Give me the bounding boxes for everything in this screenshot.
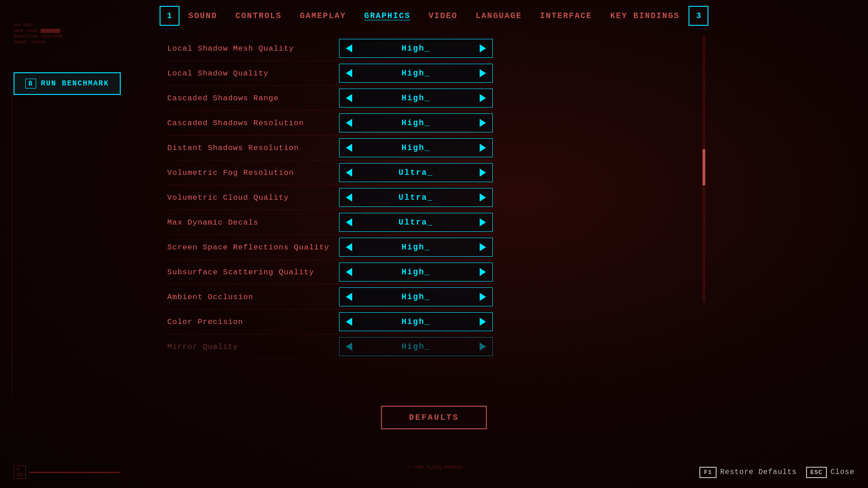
setting-value-volumetric-fog: Ultra bbox=[359, 168, 473, 177]
arrow-right-icon-mirror-quality bbox=[480, 343, 486, 351]
arrow-right-icon-ambient-occlusion bbox=[480, 293, 486, 301]
setting-row-cascaded-shadows-res: Cascaded Shadows ResolutionHigh bbox=[167, 111, 493, 136]
setting-row-local-shadow-mesh: Local Shadow Mesh QualityHigh bbox=[167, 36, 493, 61]
main-container: 1 SOUNDCONTROLSGAMEPLAYGRAPHICSVIDEOLANG… bbox=[0, 0, 868, 488]
arrow-right-icon-screen-space-reflections bbox=[480, 243, 486, 251]
setting-control-local-shadow: High bbox=[339, 64, 493, 83]
setting-prev-max-dynamic-decals[interactable] bbox=[340, 213, 359, 231]
setting-next-distant-shadows-res[interactable] bbox=[473, 139, 492, 157]
arrow-left-icon-local-shadow-mesh bbox=[346, 44, 352, 52]
arrow-left-icon-mirror-quality bbox=[346, 343, 352, 351]
nav-item-keybindings[interactable]: KEY BINDINGS bbox=[610, 11, 680, 20]
scrollbar[interactable] bbox=[703, 36, 705, 303]
setting-value-color-precision: High bbox=[359, 317, 473, 326]
run-benchmark-button[interactable]: B RUN BENCHMARK bbox=[14, 72, 121, 95]
setting-next-local-shadow-mesh[interactable] bbox=[473, 39, 492, 57]
setting-value-max-dynamic-decals: Ultra bbox=[359, 218, 473, 227]
arrow-right-icon-color-precision bbox=[480, 318, 486, 326]
setting-next-volumetric-fog[interactable] bbox=[473, 164, 492, 182]
setting-label-volumetric-cloud: Volumetric Cloud Quality bbox=[167, 193, 339, 202]
scrollbar-thumb[interactable] bbox=[703, 149, 705, 185]
setting-control-mirror-quality: High bbox=[339, 337, 493, 356]
defaults-button[interactable]: DEFAULTS bbox=[381, 406, 487, 429]
benchmark-label: RUN BENCHMARK bbox=[41, 80, 109, 88]
setting-prev-subsurface-scattering[interactable] bbox=[340, 263, 359, 281]
setting-next-subsurface-scattering[interactable] bbox=[473, 263, 492, 281]
settings-panel: Local Shadow Mesh QualityHighLocal Shado… bbox=[167, 36, 493, 359]
nav-item-video[interactable]: VIDEO bbox=[429, 11, 458, 20]
setting-prev-cascaded-shadows-range[interactable] bbox=[340, 89, 359, 107]
setting-prev-mirror-quality[interactable] bbox=[340, 338, 359, 356]
close-action[interactable]: ESC Close bbox=[806, 467, 854, 478]
setting-prev-ambient-occlusion[interactable] bbox=[340, 288, 359, 306]
setting-control-subsurface-scattering: High bbox=[339, 263, 493, 282]
setting-row-distant-shadows-res: Distant Shadows ResolutionHigh bbox=[167, 136, 493, 160]
setting-prev-screen-space-reflections[interactable] bbox=[340, 238, 359, 256]
setting-label-ambient-occlusion: Ambient Occlusion bbox=[167, 293, 339, 301]
arrow-left-icon-cascaded-shadows-range bbox=[346, 94, 352, 102]
setting-label-max-dynamic-decals: Max Dynamic Decals bbox=[167, 218, 339, 227]
arrow-right-icon-volumetric-fog bbox=[480, 169, 486, 177]
setting-label-cascaded-shadows-res: Cascaded Shadows Resolution bbox=[167, 119, 339, 127]
setting-label-screen-space-reflections: Screen Space Reflections Quality bbox=[167, 243, 339, 252]
setting-next-max-dynamic-decals[interactable] bbox=[473, 213, 492, 231]
version-label: V bbox=[17, 467, 20, 472]
restore-defaults-action[interactable]: F1 Restore Defaults bbox=[699, 467, 797, 478]
setting-row-max-dynamic-decals: Max Dynamic DecalsUltra bbox=[167, 210, 493, 235]
setting-prev-volumetric-fog[interactable] bbox=[340, 164, 359, 182]
arrow-right-icon-volumetric-cloud bbox=[480, 193, 486, 202]
setting-control-screen-space-reflections: High bbox=[339, 238, 493, 257]
setting-next-mirror-quality[interactable] bbox=[473, 338, 492, 356]
arrow-left-icon-distant-shadows-res bbox=[346, 144, 352, 152]
nav-item-gameplay[interactable]: GAMEPLAY bbox=[300, 11, 346, 20]
setting-control-volumetric-cloud: Ultra bbox=[339, 188, 493, 207]
nav-item-interface[interactable]: INTERFACE bbox=[540, 11, 592, 20]
nav-item-sound[interactable]: SOUND bbox=[189, 11, 217, 20]
setting-prev-distant-shadows-res[interactable] bbox=[340, 139, 359, 157]
setting-row-local-shadow: Local Shadow QualityHigh bbox=[167, 61, 493, 86]
setting-next-local-shadow[interactable] bbox=[473, 64, 492, 82]
setting-control-distant-shadows-res: High bbox=[339, 138, 493, 157]
setting-value-mirror-quality: High bbox=[359, 342, 473, 351]
arrow-right-icon-distant-shadows-res bbox=[480, 144, 486, 152]
build-info-text: TRN_TLCAS_800035 bbox=[415, 465, 462, 470]
nav-item-graphics[interactable]: GRAPHICS bbox=[364, 11, 410, 20]
setting-prev-color-precision[interactable] bbox=[340, 313, 359, 331]
arrow-left-icon-cascaded-shadows-res bbox=[346, 119, 352, 127]
setting-value-cascaded-shadows-range: High bbox=[359, 94, 473, 103]
setting-control-max-dynamic-decals: Ultra bbox=[339, 213, 493, 232]
nav-item-controls[interactable]: CONTROLS bbox=[236, 11, 282, 20]
version-bar bbox=[29, 472, 120, 473]
setting-next-screen-space-reflections[interactable] bbox=[473, 238, 492, 256]
setting-control-color-precision: High bbox=[339, 312, 493, 331]
setting-next-volumetric-cloud[interactable] bbox=[473, 188, 492, 206]
setting-control-local-shadow-mesh: High bbox=[339, 39, 493, 58]
setting-control-volumetric-fog: Ultra bbox=[339, 163, 493, 182]
setting-prev-local-shadow[interactable] bbox=[340, 64, 359, 82]
nav-badge-left: 1 bbox=[160, 6, 179, 26]
close-label: Close bbox=[830, 468, 854, 476]
setting-label-subsurface-scattering: Subsurface Scattering Quality bbox=[167, 268, 339, 277]
arrow-right-icon-cascaded-shadows-range bbox=[480, 94, 486, 102]
setting-next-ambient-occlusion[interactable] bbox=[473, 288, 492, 306]
setting-control-cascaded-shadows-res: High bbox=[339, 113, 493, 132]
setting-prev-cascaded-shadows-res[interactable] bbox=[340, 114, 359, 132]
setting-prev-local-shadow-mesh[interactable] bbox=[340, 39, 359, 57]
setting-next-color-precision[interactable] bbox=[473, 313, 492, 331]
setting-value-screen-space-reflections: High bbox=[359, 243, 473, 252]
setting-label-distant-shadows-res: Distant Shadows Resolution bbox=[167, 144, 339, 152]
arrow-right-icon-local-shadow bbox=[480, 69, 486, 77]
arrow-left-icon-screen-space-reflections bbox=[346, 243, 352, 251]
arrow-left-icon-ambient-occlusion bbox=[346, 293, 352, 301]
setting-label-cascaded-shadows-range: Cascaded Shadows Range bbox=[167, 94, 339, 103]
setting-next-cascaded-shadows-range[interactable] bbox=[473, 89, 492, 107]
setting-prev-volumetric-cloud[interactable] bbox=[340, 188, 359, 206]
setting-value-distant-shadows-res: High bbox=[359, 143, 473, 152]
arrow-left-icon-volumetric-cloud bbox=[346, 193, 352, 202]
nav-item-language[interactable]: LANGUAGE bbox=[476, 11, 522, 20]
nav-badge-right: 3 bbox=[689, 6, 708, 26]
setting-row-cascaded-shadows-range: Cascaded Shadows RangeHigh bbox=[167, 86, 493, 111]
arrow-right-icon-subsurface-scattering bbox=[480, 268, 486, 276]
setting-next-cascaded-shadows-res[interactable] bbox=[473, 114, 492, 132]
setting-label-local-shadow: Local Shadow Quality bbox=[167, 69, 339, 78]
